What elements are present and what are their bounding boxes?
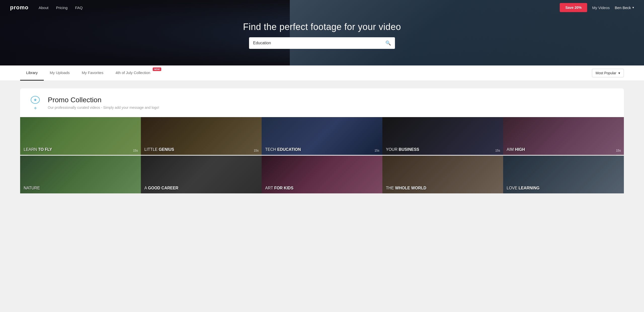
collection-icon: ★ ⌖ xyxy=(28,96,43,111)
nav-right: Save 20% My Videos Ben Beck ▾ xyxy=(560,3,634,12)
tab-july-collection[interactable]: 4th of July Collection NEW! xyxy=(109,65,160,81)
video-duration: 15s xyxy=(495,149,500,152)
video-thumb-bg: LOVE LEARNING xyxy=(503,156,624,193)
video-thumb-bg: A GOOD CAREER xyxy=(141,156,262,193)
user-menu[interactable]: Ben Beck ▾ xyxy=(615,6,634,10)
tabs: Library My Uploads My Favorites 4th of J… xyxy=(20,65,592,81)
video-thumb-whole-world[interactable]: THE WHOLE WORLD xyxy=(382,156,503,193)
save-button[interactable]: Save 20% xyxy=(560,3,587,12)
my-videos-link[interactable]: My Videos xyxy=(592,6,610,10)
video-label: LOVE LEARNING xyxy=(507,186,540,190)
video-thumb-bg: YOUR BUSINESS 15s xyxy=(382,117,503,155)
video-thumb-bg: AIM HIGH 15s xyxy=(503,117,624,155)
collection-header: ★ ⌖ Promo Collection Our professionally … xyxy=(28,96,616,111)
new-badge: NEW! xyxy=(153,67,161,71)
video-label: LITTLE GENIUS xyxy=(144,147,174,152)
video-thumb-bg: THE WHOLE WORLD xyxy=(382,156,503,193)
video-thumb-bg: ART FOR KIDS xyxy=(262,156,382,193)
collection-title: Promo Collection xyxy=(48,96,159,104)
video-label: ART FOR KIDS xyxy=(265,186,293,190)
camera-tripod-icon: ⌖ xyxy=(34,105,37,111)
video-thumb-nature[interactable]: NATURE xyxy=(20,156,141,193)
video-thumb-love-learning[interactable]: LOVE LEARNING xyxy=(503,156,624,193)
video-grid-row1: LEARN TO FLY 15s LITTLE GENIUS 15s TECH … xyxy=(20,117,624,155)
video-duration: 15s xyxy=(254,149,259,152)
video-label: TECH EDUCATION xyxy=(265,147,301,152)
search-icon[interactable]: 🔍 xyxy=(385,40,391,46)
sort-label: Most Popular xyxy=(596,71,616,75)
tab-my-favorites[interactable]: My Favorites xyxy=(76,65,109,81)
video-thumb-bg: TECH EDUCATION 15s xyxy=(262,117,382,155)
star-icon: ★ xyxy=(33,97,37,102)
nav-faq[interactable]: FAQ xyxy=(75,6,83,10)
hero-content: Find the perfect footage for your video … xyxy=(243,22,401,49)
video-label: A GOOD CAREER xyxy=(144,186,178,190)
user-name: Ben Beck xyxy=(615,6,631,10)
video-label: THE WHOLE WORLD xyxy=(386,186,426,190)
main-content: ★ ⌖ Promo Collection Our professionally … xyxy=(0,81,644,203)
video-thumb-aim-high[interactable]: AIM HIGH 15s xyxy=(503,117,624,155)
tab-library[interactable]: Library xyxy=(20,65,44,81)
search-input[interactable] xyxy=(253,41,385,45)
logo[interactable]: promo xyxy=(10,4,28,11)
navbar: promo About Pricing FAQ Save 20% My Vide… xyxy=(0,0,644,15)
video-duration: 15s xyxy=(616,149,621,152)
video-thumb-learn-to-fly[interactable]: LEARN TO FLY 15s xyxy=(20,117,141,155)
video-label: LEARN TO FLY xyxy=(24,147,52,152)
video-thumb-little-genius[interactable]: LITTLE GENIUS 15s xyxy=(141,117,262,155)
chevron-down-icon: ▾ xyxy=(632,6,634,9)
video-thumb-your-business[interactable]: YOUR BUSINESS 15s xyxy=(382,117,503,155)
video-label: NATURE xyxy=(24,186,40,190)
video-duration: 15s xyxy=(375,149,379,152)
hero-title: Find the perfect footage for your video xyxy=(243,22,401,32)
video-thumb-good-career[interactable]: A GOOD CAREER xyxy=(141,156,262,193)
video-duration: 15s xyxy=(133,149,138,152)
hero-section: promo About Pricing FAQ Save 20% My Vide… xyxy=(0,0,644,65)
tabs-section: Library My Uploads My Favorites 4th of J… xyxy=(0,65,644,81)
sort-dropdown[interactable]: Most Popular ▾ xyxy=(592,69,624,77)
tab-my-uploads[interactable]: My Uploads xyxy=(44,65,76,81)
video-label: AIM HIGH xyxy=(507,147,525,152)
sort-chevron-icon: ▾ xyxy=(618,71,620,75)
search-bar: 🔍 xyxy=(249,37,395,49)
video-thumb-art-for-kids[interactable]: ART FOR KIDS xyxy=(262,156,382,193)
collection-subtitle: Our professionally curated videos - Simp… xyxy=(48,106,159,110)
nav-about[interactable]: About xyxy=(38,6,48,10)
collection-info: Promo Collection Our professionally cura… xyxy=(48,96,159,110)
video-label: YOUR BUSINESS xyxy=(386,147,419,152)
video-thumb-tech-education[interactable]: TECH EDUCATION 15s xyxy=(262,117,382,155)
star-circle-icon: ★ xyxy=(31,96,40,104)
video-thumb-bg: NATURE xyxy=(20,156,141,193)
collection-card: ★ ⌖ Promo Collection Our professionally … xyxy=(20,88,624,193)
video-thumb-bg: LITTLE GENIUS 15s xyxy=(141,117,262,155)
nav-pricing[interactable]: Pricing xyxy=(56,6,68,10)
nav-links: About Pricing FAQ xyxy=(38,6,560,10)
video-thumb-bg: LEARN TO FLY 15s xyxy=(20,117,141,155)
video-grid-row2: NATURE A GOOD CAREER ART FOR KIDS xyxy=(20,156,624,193)
